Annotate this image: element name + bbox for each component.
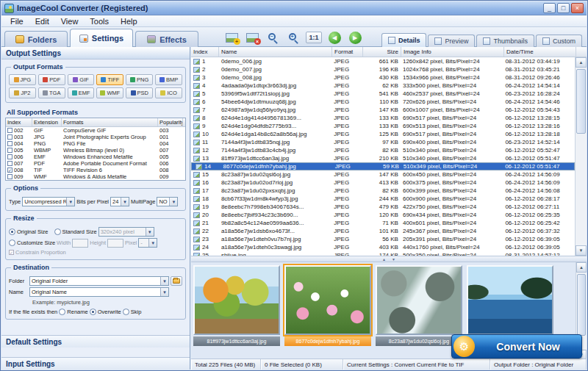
format-checkbox[interactable] xyxy=(7,148,12,153)
format-button-pdf[interactable]: PDF xyxy=(38,74,65,85)
format-button-jp2[interactable]: JP2 xyxy=(9,87,36,98)
splitter-up-icon[interactable]: ▲ xyxy=(382,257,386,262)
add-images-button[interactable]: + xyxy=(223,29,240,46)
file-row[interactable]: 553969f5w1dtf72t1siopj.jpgJPEG541 KB460x… xyxy=(191,90,575,98)
format-checkbox[interactable] xyxy=(7,161,12,166)
file-row[interactable]: 198e8eebc7h7998eb34067634s...JPEG479 KB4… xyxy=(191,203,575,211)
format-row[interactable]: 009WMFWindows & Aldus Metafile009 xyxy=(6,173,185,180)
menu-item-tools[interactable]: Tools xyxy=(84,17,115,26)
thumbnail-image[interactable] xyxy=(284,265,371,335)
file-list-scrollbar[interactable]: ▲ ▼ xyxy=(575,57,587,256)
format-col-header[interactable]: Extension xyxy=(32,118,62,126)
file-row[interactable]: 654bee64djw1dtmuuzq68j.jpgJPEG110 KB720x… xyxy=(191,98,575,106)
file-row[interactable]: 117144a4f3jw1dtb835nqj.jpgJPEG97 KB690x4… xyxy=(191,138,575,146)
file-row[interactable]: 178c23a87jw1du02pxsxqbj.jpgJPEG82 KB600x… xyxy=(191,187,575,195)
format-button-png[interactable]: PNG xyxy=(126,74,153,85)
scrollbar-thumb[interactable] xyxy=(576,69,586,134)
rename-radio[interactable] xyxy=(59,309,65,315)
chevron-down-icon[interactable]: ▼ xyxy=(121,198,129,206)
file-row[interactable]: 168c23a87jw1du02od7rloj.jpgJPEG413 KB600… xyxy=(191,179,575,187)
file-row[interactable]: 219b82a8c54c124ae0599aa636...JPEG71 KB40… xyxy=(191,219,575,227)
view-tab-custom[interactable]: Custom xyxy=(536,35,582,47)
previous-image-button[interactable]: ◀ xyxy=(326,29,343,46)
file-row[interactable]: 23a18a56e7jw1dteh0vu7b7nj.jpgJPEG56 KB20… xyxy=(191,235,575,243)
file-col-header[interactable]: Format xyxy=(332,47,363,57)
minimize-button[interactable]: _ xyxy=(543,3,556,13)
thumbnail-image[interactable] xyxy=(193,265,280,335)
format-checkbox[interactable] xyxy=(7,154,12,159)
format-button-tiff[interactable]: TIFF xyxy=(96,74,123,85)
panel-splitter[interactable]: ▲▼ xyxy=(191,256,587,262)
menu-item-file[interactable]: File xyxy=(4,17,29,26)
original-size-radio[interactable] xyxy=(9,228,15,235)
file-row[interactable]: 44adaada0jw1dtqx3r663dj.jpgJPEG62 KB333x… xyxy=(191,82,575,90)
remove-images-button[interactable]: × xyxy=(244,29,260,46)
zoom-in-button[interactable]: + xyxy=(285,29,301,46)
file-col-header[interactable]: Image Info xyxy=(401,47,504,57)
format-row[interactable]: 002GIFCompuServe GIF003 xyxy=(6,127,185,134)
output-settings-header[interactable]: Output Settings xyxy=(1,47,190,60)
format-col-header[interactable]: Formats xyxy=(62,118,158,126)
thumbnail[interactable]: 8c23a87jw1du02qsl6oj.jpg xyxy=(376,265,462,346)
format-row[interactable]: 003JPGJoint Photographic Experts Group00… xyxy=(6,134,185,140)
file-row[interactable]: 22a18a56e7jw1dsb6xo4673f...JPEG101 KB245… xyxy=(191,227,575,235)
format-row[interactable]: 008TIFTIFF Revision 6008 xyxy=(6,167,185,173)
format-row[interactable]: 004PNGPNG File004 xyxy=(6,140,185,147)
scroll-up-arrow[interactable]: ▲ xyxy=(576,262,587,273)
format-button-jpg[interactable]: JPG xyxy=(9,74,36,85)
thumbnail-image[interactable] xyxy=(376,265,462,335)
titlebar[interactable]: ImageCool Converter (Registered) _ □ × xyxy=(1,1,587,15)
file-row[interactable]: 8624d4e1dg414d4956781369...JPEG133 KB690… xyxy=(191,114,575,122)
customize-size-radio[interactable] xyxy=(9,239,15,246)
chevron-down-icon[interactable]: ▼ xyxy=(160,277,168,285)
thumbnail-image[interactable] xyxy=(467,265,553,335)
file-row[interactable]: 10624d4e1dga14b8c62a8b56aj.jpgJPEG125 KB… xyxy=(191,130,575,138)
format-col-header[interactable]: Index xyxy=(6,118,32,126)
default-settings-section[interactable]: Default Settings xyxy=(1,335,190,347)
file-row[interactable]: 148677c0dejw1dfnh7ybahj.jpgJPEG59 KB510x… xyxy=(191,162,575,170)
constrain-proportion-checkbox[interactable] xyxy=(9,250,14,255)
chevron-down-icon[interactable]: ▼ xyxy=(160,288,168,296)
chevron-down-icon[interactable]: ▼ xyxy=(66,198,74,206)
file-row[interactable]: 1381ff973jw1dttcc6an3aj.jpgJPEG210 KB510… xyxy=(191,154,575,162)
skip-radio[interactable] xyxy=(123,309,129,315)
pixel-unit-select[interactable]: -▼ xyxy=(138,238,157,248)
view-tab-preview[interactable]: Preview xyxy=(428,35,475,47)
scroll-down-arrow[interactable]: ▼ xyxy=(576,245,587,256)
format-button-emf[interactable]: EMF xyxy=(68,87,95,98)
format-button-tga[interactable]: TGA xyxy=(38,87,65,98)
format-checkbox[interactable] xyxy=(7,174,12,179)
maximize-button[interactable]: □ xyxy=(557,3,570,13)
file-row[interactable]: 30demo_008.jpgJPEG430 KB1534x966 pixel, … xyxy=(191,73,575,82)
convert-now-button[interactable]: ⚙ Convert Now xyxy=(451,334,582,359)
chevron-down-icon[interactable]: ▼ xyxy=(148,239,157,247)
format-checkbox[interactable] xyxy=(7,128,12,133)
tab-settings[interactable]: Settings xyxy=(70,29,133,47)
file-col-header[interactable]: Size xyxy=(363,47,401,57)
file-col-header[interactable]: Date/Time xyxy=(504,47,576,57)
format-row[interactable]: 006EMFWindows Enhanced Metafile005 xyxy=(6,154,185,160)
format-button-ico[interactable]: ICO xyxy=(155,87,182,98)
destination-name-select[interactable]: Original Name▼ xyxy=(29,287,169,297)
file-row[interactable]: 10demo_006.jpgJPEG661 KB1260x842 pixel, … xyxy=(191,57,575,65)
scroll-up-arrow[interactable]: ▲ xyxy=(576,57,587,68)
standard-size-select[interactable]: 320x240 pixel▼ xyxy=(98,227,154,237)
file-row[interactable]: 20demo_007.jpgJPEG196 KB1024x768 pixel, … xyxy=(191,65,575,73)
file-row[interactable]: 158c23a87jw1du02qsl6oj.jpgJPEG147 KB600x… xyxy=(191,170,575,179)
menu-item-help[interactable]: Help xyxy=(115,17,143,26)
tab-effects[interactable]: Effects xyxy=(135,31,198,47)
format-button-wmf[interactable]: WMF xyxy=(96,87,123,98)
view-tab-thumbnails[interactable]: Thumbnails xyxy=(476,35,534,47)
tab-folders[interactable]: Folders xyxy=(4,31,68,47)
file-col-header[interactable]: Name xyxy=(219,47,332,57)
scrollbar-thumb[interactable] xyxy=(577,274,586,336)
splitter-down-icon[interactable]: ▼ xyxy=(392,257,395,262)
format-col-header[interactable]: Popularity xyxy=(158,118,183,126)
format-row[interactable]: 007PDFAdobe Portable Document Format006 xyxy=(6,160,185,167)
standard-size-radio[interactable] xyxy=(54,228,61,235)
format-button-gif[interactable]: GIF xyxy=(68,74,95,85)
height-input[interactable] xyxy=(107,239,123,248)
format-checkbox[interactable] xyxy=(7,134,12,140)
chevron-down-icon[interactable]: ▼ xyxy=(146,228,154,236)
format-checkbox[interactable] xyxy=(7,141,12,146)
